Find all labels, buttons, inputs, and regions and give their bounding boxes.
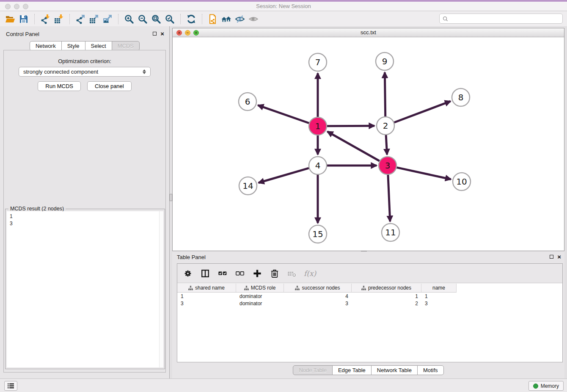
tab-select[interactable]: Select [85, 41, 112, 51]
graph-node-2[interactable]: 2 [377, 117, 394, 135]
graph-edge-4-14[interactable] [259, 168, 309, 183]
zoom-selected-button[interactable] [163, 13, 176, 25]
toolbar-separator [202, 14, 202, 24]
column-header-mcds-role[interactable]: MCDS role [236, 284, 284, 293]
network-from-selection-button[interactable] [206, 13, 220, 25]
toolbar-separator [34, 14, 35, 24]
hide-graphics-details-icon [235, 14, 245, 24]
graph-edge-2-3[interactable] [386, 135, 387, 155]
first-neighbors-button[interactable] [220, 13, 233, 25]
open-session-icon [5, 14, 15, 24]
table-settings-button[interactable] [182, 268, 193, 279]
import-table-button[interactable] [52, 13, 66, 25]
table-cell[interactable]: dominator [236, 293, 284, 299]
zoom-fit-button[interactable] [149, 13, 163, 25]
criterion-select[interactable]: strongly connected component [19, 67, 151, 77]
graph-edge-1-2[interactable] [327, 126, 374, 126]
delete-column-button[interactable] [269, 268, 280, 279]
graph-node-14[interactable]: 14 [239, 177, 257, 195]
memory-button[interactable]: Memory [528, 381, 564, 391]
graph-edge-1-6[interactable] [258, 105, 309, 123]
delete-table-icon [287, 269, 297, 278]
hide-graphics-details-button[interactable] [233, 13, 247, 25]
table-panel-float-icon[interactable] [550, 255, 553, 259]
export-image-button[interactable] [101, 13, 114, 25]
control-panel-close-icon[interactable]: × [160, 31, 164, 36]
column-header-shared-name[interactable]: shared name [177, 284, 236, 293]
column-header-successor-nodes[interactable]: successor nodes [284, 284, 352, 293]
graph-node-11[interactable]: 11 [382, 224, 399, 241]
import-table-icon [54, 14, 64, 24]
column-pane-button[interactable] [200, 268, 211, 279]
graph-node-7[interactable]: 7 [309, 53, 327, 71]
export-table-button[interactable] [87, 13, 101, 25]
frame-zoom-icon[interactable]: + [193, 30, 199, 36]
graph-node-3[interactable]: 3 [379, 157, 396, 174]
network-from-selection-icon [208, 14, 218, 24]
network-frame-titlebar[interactable]: × − + scc.txt [173, 28, 564, 37]
table-cell[interactable]: 1 [177, 293, 236, 299]
open-session-button[interactable] [3, 13, 17, 25]
tab-node-table[interactable]: Node Table [293, 365, 333, 375]
network-canvas[interactable]: 1234678910111415 [173, 38, 564, 251]
save-session-button[interactable] [17, 13, 30, 25]
graph-node-9[interactable]: 9 [376, 52, 394, 70]
svg-text:1: 1 [315, 121, 321, 131]
table-cell[interactable]: 3 [421, 301, 457, 306]
tab-mcds[interactable]: MCDS [112, 41, 140, 51]
table-cell[interactable]: 4 [284, 293, 352, 299]
frame-close-icon[interactable]: × [176, 30, 182, 36]
table-row[interactable]: 3dominator323 [177, 300, 562, 307]
add-column-icon [253, 269, 262, 278]
graph-node-4[interactable]: 4 [309, 157, 327, 174]
apply-layout-button[interactable] [184, 13, 198, 25]
graph-node-8[interactable]: 8 [452, 88, 470, 106]
unselect-all-columns-button[interactable] [234, 268, 245, 279]
select-all-columns-button[interactable] [217, 268, 228, 279]
table-cell[interactable]: 3 [284, 301, 352, 306]
tab-network[interactable]: Network [30, 41, 62, 51]
graph-edge-3-10[interactable] [396, 168, 451, 179]
table-cell[interactable]: dominator [236, 301, 284, 306]
column-header-name[interactable]: name [421, 284, 457, 293]
tab-motifs[interactable]: Motifs [417, 365, 444, 375]
tab-network-table[interactable]: Network Table [371, 365, 418, 375]
svg-text:4: 4 [315, 160, 321, 171]
run-mcds-button[interactable]: Run MCDS [38, 81, 81, 91]
table-cell[interactable]: 1 [421, 293, 457, 299]
zoom-in-button[interactable] [122, 13, 136, 25]
vertical-splitter[interactable] [169, 26, 172, 378]
status-bar: Memory [0, 378, 567, 392]
table-cell[interactable]: 2 [352, 301, 421, 306]
zoom-out-button[interactable] [136, 13, 149, 25]
mcds-result-list[interactable]: 13 [7, 211, 163, 367]
result-scrollbar[interactable] [159, 211, 163, 367]
search-input[interactable] [450, 15, 559, 22]
toolbar-separator [118, 14, 118, 24]
frame-minimize-icon[interactable]: − [185, 30, 190, 36]
graph-node-10[interactable]: 10 [453, 173, 471, 190]
table-panel-close-icon[interactable]: × [557, 254, 561, 259]
graph-node-15[interactable]: 15 [309, 225, 327, 243]
tab-edge-table[interactable]: Edge Table [332, 365, 372, 375]
tab-style[interactable]: Style [61, 41, 85, 51]
graph-edge-2-9[interactable] [385, 72, 385, 116]
table-row[interactable]: 1dominator411 [177, 293, 562, 300]
mcds-result-box: MCDS result (2 nodes) 13 [5, 209, 165, 369]
import-network-button[interactable] [39, 13, 52, 25]
control-panel-float-icon[interactable] [153, 32, 157, 36]
graph-node-1[interactable]: 1 [309, 117, 327, 135]
graph-edge-2-8[interactable] [394, 101, 451, 122]
add-column-button[interactable] [252, 268, 263, 279]
search-box[interactable] [439, 14, 563, 24]
task-history-button[interactable] [4, 381, 17, 391]
graph-edge-3-11[interactable] [388, 175, 390, 221]
table-cell[interactable]: 1 [352, 293, 421, 299]
close-panel-button[interactable]: Close panel [87, 81, 132, 91]
graph-node-6[interactable]: 6 [239, 93, 256, 110]
graph-edge-3-1[interactable] [328, 132, 380, 161]
table-cell[interactable]: 3 [177, 301, 236, 306]
table-panel-tabs: Node TableEdge TableNetwork TableMotifs [172, 365, 564, 375]
export-network-button[interactable] [74, 13, 87, 25]
column-header-predecessor-nodes[interactable]: predecessor nodes [352, 284, 421, 293]
